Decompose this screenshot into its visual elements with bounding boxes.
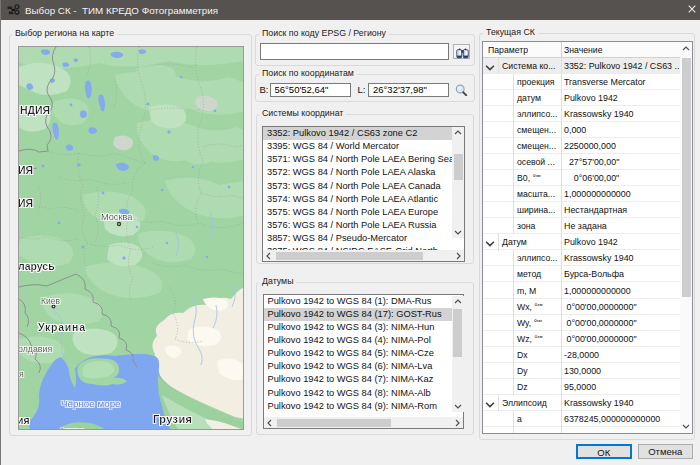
svg-text:Москва: Москва: [101, 212, 133, 222]
svg-text:ИЯ: ИЯ: [19, 164, 33, 176]
svg-text:Украина: Украина: [38, 321, 86, 333]
svg-text:Грузия: Грузия: [153, 413, 192, 425]
svg-text:Анапа: Анапа: [59, 426, 84, 430]
svg-text:Чёрное море: Чёрное море: [61, 398, 121, 409]
svg-text:ларусь: ларусь: [19, 260, 55, 272]
svg-text:олдавия: олдавия: [19, 344, 52, 354]
svg-text:ИЯ: ИЯ: [19, 197, 33, 209]
svg-text:ия: ия: [19, 414, 30, 426]
svg-text:НДИЯ: НДИЯ: [20, 104, 50, 116]
svg-text:я: я: [19, 369, 24, 379]
svg-text:Киев: Киев: [41, 296, 60, 306]
